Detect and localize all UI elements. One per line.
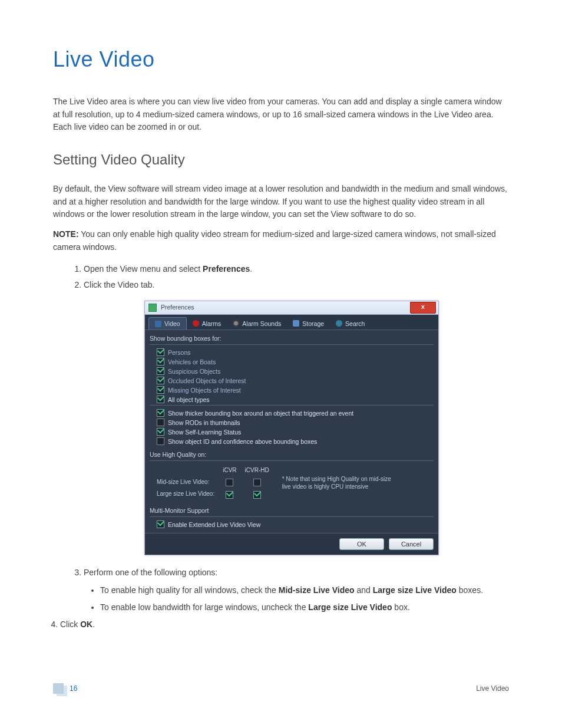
use-high-quality-label: Use High Quality on: bbox=[150, 451, 434, 458]
preferences-icon bbox=[148, 304, 157, 312]
step-item: Open the View menu and select Preference… bbox=[84, 262, 509, 276]
tab-alarms[interactable]: Alarms bbox=[187, 317, 227, 330]
video-icon bbox=[155, 321, 161, 327]
step-item: Click OK. bbox=[60, 618, 509, 632]
substep-item: To enable low bandwidth for large window… bbox=[100, 601, 509, 615]
search-icon bbox=[336, 320, 342, 327]
multi-monitor-label: Multi-Monitor Support bbox=[150, 507, 434, 514]
checkbox-all-types[interactable]: All object types bbox=[157, 396, 434, 403]
hq-row-largesize: Large size Live Video: bbox=[157, 488, 214, 500]
checkbox-rods[interactable]: Show RODs in thumbnails bbox=[157, 419, 434, 426]
hq-row-midsize: Mid-size Live Video: bbox=[157, 476, 214, 488]
step-item: Click the Video tab. bbox=[84, 278, 509, 292]
footer-section-label: Live Video bbox=[476, 684, 509, 693]
page-title: Live Video bbox=[53, 47, 509, 72]
footer-logo-icon bbox=[53, 683, 64, 694]
checkbox-largesize-icvrhd[interactable] bbox=[253, 491, 261, 499]
checkbox-vehicles[interactable]: Vehicles or Boats bbox=[157, 358, 434, 365]
page-number: 16 bbox=[70, 684, 77, 693]
step-item: Perform one of the following options: To… bbox=[84, 566, 509, 614]
checkbox-extended-view[interactable]: Enable Extended Live Video View bbox=[157, 521, 434, 528]
storage-icon bbox=[293, 320, 299, 327]
cancel-button[interactable]: Cancel bbox=[389, 538, 434, 550]
checkbox-persons[interactable]: Persons bbox=[157, 348, 434, 356]
tab-search[interactable]: Search bbox=[330, 317, 371, 330]
bounding-boxes-label: Show bounding boxes for: bbox=[150, 335, 434, 342]
close-icon[interactable]: x bbox=[410, 302, 436, 314]
hq-col-icvrhd: iCVR-HD bbox=[245, 465, 269, 476]
checkbox-midsize-icvrhd[interactable] bbox=[253, 479, 261, 486]
dialog-title-bar: Preferences x bbox=[145, 301, 438, 315]
checkbox-midsize-icvr[interactable] bbox=[226, 479, 233, 486]
tab-alarm-sounds[interactable]: Alarm Sounds bbox=[227, 317, 287, 330]
checkbox-self-learning[interactable]: Show Self-Learning Status bbox=[157, 428, 434, 436]
dialog-title: Preferences bbox=[161, 304, 194, 311]
tab-storage[interactable]: Storage bbox=[287, 317, 330, 330]
checkbox-occluded[interactable]: Occluded Objects of Interest bbox=[157, 377, 434, 384]
alarms-icon bbox=[193, 320, 199, 327]
checkbox-largesize-icvr[interactable] bbox=[226, 491, 233, 499]
preferences-screenshot: Preferences x Video Alarms Ala bbox=[144, 301, 439, 555]
tab-video[interactable]: Video bbox=[148, 317, 187, 330]
checkbox-thicker-box[interactable]: Show thicker bounding box around an obje… bbox=[157, 409, 434, 417]
intro-paragraph: The Live Video area is where you can vie… bbox=[53, 95, 509, 134]
ok-button[interactable]: OK bbox=[339, 538, 384, 550]
checkbox-missing[interactable]: Missing Objects of Interest bbox=[157, 386, 434, 394]
alarm-sounds-icon bbox=[233, 320, 239, 327]
quality-paragraph: By default, the View software will strea… bbox=[53, 183, 509, 221]
checkbox-suspicious[interactable]: Suspicious Objects bbox=[157, 367, 434, 375]
substep-item: To enable high quality for all windows, … bbox=[100, 584, 509, 598]
checkbox-object-id[interactable]: Show object ID and confidence above boun… bbox=[157, 437, 434, 445]
hq-col-icvr: iCVR bbox=[223, 465, 236, 476]
note-paragraph: NOTE: You can only enable high quality v… bbox=[53, 228, 509, 253]
section-heading: Setting Video Quality bbox=[53, 151, 509, 168]
hq-note: * Note that using High Quality on mid-si… bbox=[282, 475, 400, 490]
note-label: NOTE: bbox=[53, 229, 79, 239]
